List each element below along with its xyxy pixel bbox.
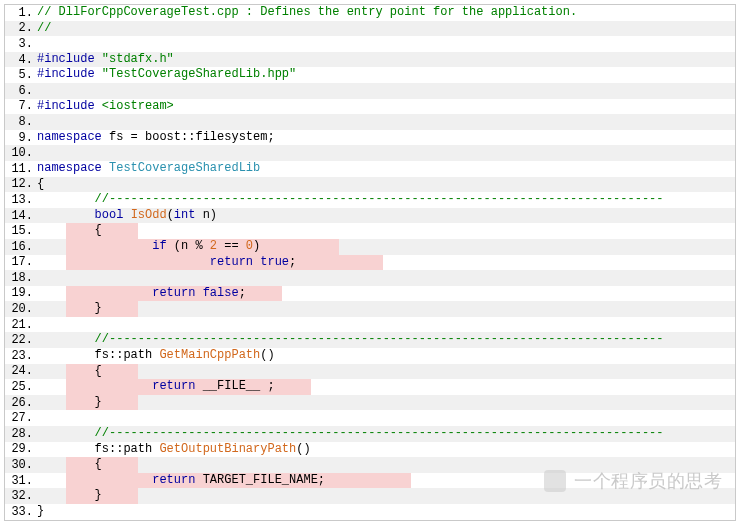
line-number: 33. (5, 504, 37, 520)
code-cell (37, 83, 735, 99)
code-line-row: 20. } (5, 301, 735, 317)
code-token: ; (239, 286, 246, 300)
code-token (37, 192, 95, 206)
code-content: return false; (37, 286, 735, 302)
code-line-row: 1.// DllForCppCoverageTest.cpp : Defines… (5, 5, 735, 21)
code-token: n) (195, 208, 217, 222)
code-line-row: 10. (5, 145, 735, 161)
code-line-row: 33.} (5, 504, 735, 520)
code-content: return TARGET_FILE_NAME; (37, 473, 735, 489)
code-content: } (37, 488, 735, 504)
code-token: //--------------------------------------… (95, 426, 664, 440)
code-token (102, 161, 109, 175)
line-number: 26. (5, 395, 37, 411)
code-token: // (37, 21, 51, 35)
code-content: { (37, 177, 735, 193)
code-token: //--------------------------------------… (95, 332, 664, 346)
line-number: 5. (5, 67, 37, 83)
code-token: "TestCoverageSharedLib.hpp" (102, 67, 296, 81)
code-token: TARGET_FILE_NAME; (195, 473, 325, 487)
code-content: if (n % 2 == 0) (37, 239, 735, 255)
code-line-row: 4.#include "stdafx.h" (5, 52, 735, 68)
code-cell (37, 317, 735, 333)
code-cell: { (37, 457, 735, 473)
code-line-row: 21. (5, 317, 735, 333)
code-token: return (152, 473, 195, 487)
line-number: 13. (5, 192, 37, 208)
code-content (37, 317, 735, 333)
code-line-row: 25. return __FILE__ ; (5, 379, 735, 395)
line-number: 19. (5, 286, 37, 302)
code-content (37, 114, 735, 130)
code-line-row: 9.namespace fs = boost::filesystem; (5, 130, 735, 146)
code-line-row: 13. //----------------------------------… (5, 192, 735, 208)
code-content: fs::path GetMainCppPath() (37, 348, 735, 364)
code-content (37, 83, 735, 99)
code-cell (37, 410, 735, 426)
code-content: } (37, 504, 735, 520)
code-table: 1.// DllForCppCoverageTest.cpp : Defines… (5, 5, 735, 520)
code-cell: } (37, 301, 735, 317)
code-token (37, 473, 152, 487)
code-token: //--------------------------------------… (95, 192, 664, 206)
code-line-row: 18. (5, 270, 735, 286)
code-cell: fs::path GetOutputBinaryPath() (37, 442, 735, 458)
line-number: 17. (5, 255, 37, 271)
code-content: namespace TestCoverageSharedLib (37, 161, 735, 177)
code-content: #include <iostream> (37, 99, 735, 115)
line-number: 12. (5, 177, 37, 193)
code-line-row: 11.namespace TestCoverageSharedLib (5, 161, 735, 177)
code-cell (37, 114, 735, 130)
line-number: 15. (5, 223, 37, 239)
code-line-row: 3. (5, 36, 735, 52)
code-content (37, 36, 735, 52)
code-content: #include "TestCoverageSharedLib.hpp" (37, 67, 735, 83)
code-token: fs = boost::filesystem; (102, 130, 275, 144)
code-cell: { (37, 223, 735, 239)
line-number: 21. (5, 317, 37, 333)
code-token: namespace (37, 161, 102, 175)
code-line-row: 28. //----------------------------------… (5, 426, 735, 442)
line-number: 1. (5, 5, 37, 21)
code-token: { (37, 177, 44, 191)
code-token: #include (37, 99, 102, 113)
code-token: ) (253, 239, 260, 253)
line-number: 9. (5, 130, 37, 146)
line-number: 2. (5, 21, 37, 37)
code-cell: } (37, 488, 735, 504)
code-line-row: 29. fs::path GetOutputBinaryPath() (5, 442, 735, 458)
code-token: int (174, 208, 196, 222)
code-content (37, 270, 735, 286)
code-token (37, 239, 152, 253)
line-number: 30. (5, 457, 37, 473)
code-viewer-frame: 1.// DllForCppCoverageTest.cpp : Defines… (4, 4, 736, 521)
code-token: // DllForCppCoverageTest.cpp : Defines t… (37, 5, 577, 19)
code-line-row: 24. { (5, 364, 735, 380)
code-content: { (37, 457, 735, 473)
code-content: // (37, 21, 735, 37)
code-content (37, 410, 735, 426)
line-number: 24. (5, 364, 37, 380)
code-line-row: 27. (5, 410, 735, 426)
code-cell: #include <iostream> (37, 99, 735, 115)
code-token (195, 286, 202, 300)
code-line-row: 5.#include "TestCoverageSharedLib.hpp" (5, 67, 735, 83)
code-content: return true; (37, 255, 735, 271)
code-cell: if (n % 2 == 0) (37, 239, 735, 255)
code-body: 1.// DllForCppCoverageTest.cpp : Defines… (5, 5, 735, 520)
code-line-row: 8. (5, 114, 735, 130)
code-content: { (37, 364, 735, 380)
code-token: GetOutputBinaryPath (159, 442, 296, 456)
code-token: "stdafx.h" (102, 52, 174, 66)
code-token: { (37, 223, 102, 237)
code-token: ; (289, 255, 296, 269)
line-number: 20. (5, 301, 37, 317)
code-content: { (37, 223, 735, 239)
code-token: } (37, 395, 102, 409)
code-token: } (37, 488, 102, 502)
code-line-row: 15. { (5, 223, 735, 239)
code-token: (n % (167, 239, 210, 253)
code-cell: #include "TestCoverageSharedLib.hpp" (37, 67, 735, 83)
code-token (37, 208, 95, 222)
code-line-row: 7.#include <iostream> (5, 99, 735, 115)
